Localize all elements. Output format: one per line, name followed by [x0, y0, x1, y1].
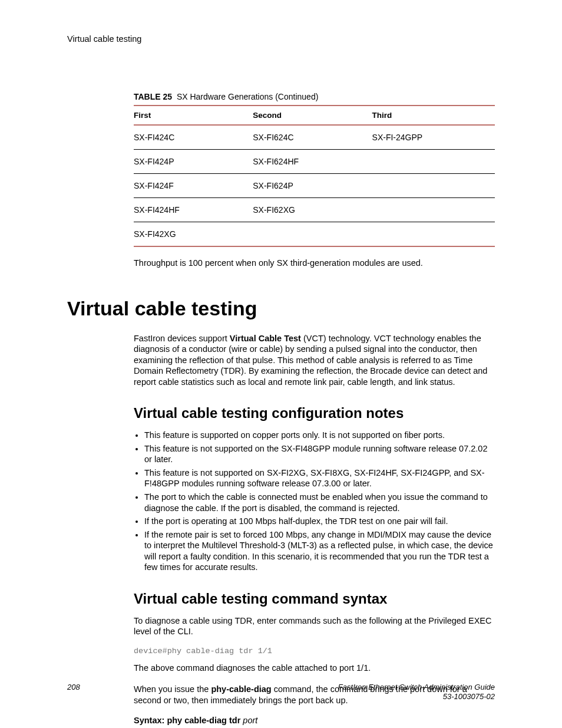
subsection-heading-config-notes: Virtual cable testing configuration note… [134, 405, 495, 421]
table-row: SX-FI424P SX-FI624HF [134, 150, 495, 174]
table-cell: SX-FI-24GPP [372, 125, 495, 150]
table-cell: SX-FI424HF [134, 198, 253, 222]
syntax-line: Syntax: phy cable-diag tdr port [134, 716, 495, 725]
table-cell: SX-FI424F [134, 174, 253, 198]
table-cell: SX-FI624C [253, 125, 372, 150]
table-caption-label: TABLE 25 [134, 92, 172, 101]
list-item: This feature is supported on copper port… [144, 430, 495, 441]
list-item: This feature is not supported on SX-FI2X… [144, 467, 495, 489]
code-sample: device#phy cable-diag tdr 1/1 [134, 647, 495, 655]
footer-docnum: 53-1003075-02 [443, 692, 495, 701]
syntax-label: Syntax: phy cable-diag tdr [134, 716, 243, 725]
text: FastIron devices support [134, 334, 230, 343]
table-row: SX-FI42XG [134, 222, 495, 247]
table-cell [372, 150, 495, 174]
subsection-heading-command-syntax: Virtual cable testing command syntax [134, 591, 495, 607]
hardware-generations-table: First Second Third SX-FI424C SX-FI624C S… [134, 105, 495, 247]
table-row: SX-FI424C SX-FI624C SX-FI-24GPP [134, 125, 495, 150]
list-item: The port to which the cable is connected… [144, 492, 495, 513]
section-heading: Virtual cable testing [67, 297, 495, 320]
table-cell: SX-FI424P [134, 150, 253, 174]
table-header: Second [253, 106, 372, 125]
throughput-note: Throughput is 100 percent when only SX t… [134, 258, 495, 269]
command-intro: To diagnose a cable using TDR, enter com… [134, 615, 495, 637]
page-footer: 208 FastIron Ethernet Switch Administrat… [67, 683, 495, 702]
list-item: If the remote pair is set to forced 100 … [144, 529, 495, 573]
table-cell: SX-FI42XG [134, 222, 253, 247]
table-cell [253, 222, 372, 247]
page-number: 208 [67, 683, 80, 691]
text-bold: Virtual Cable Test [230, 334, 301, 343]
table-cell [372, 174, 495, 198]
intro-paragraph: FastIron devices support Virtual Cable T… [134, 333, 495, 388]
table-caption: TABLE 25 SX Hardware Generations (Contin… [134, 92, 495, 101]
table-cell: SX-FI62XG [253, 198, 372, 222]
footer-title: FastIron Ethernet Switch Administration … [338, 683, 495, 691]
table-row: SX-FI424F SX-FI624P [134, 174, 495, 198]
table-cell [372, 222, 495, 247]
table-cell: SX-FI424C [134, 125, 253, 150]
table-cell: SX-FI624HF [253, 150, 372, 174]
table-caption-text: SX Hardware Generations (Continued) [177, 92, 318, 101]
table-row: SX-FI424HF SX-FI62XG [134, 198, 495, 222]
table-header: First [134, 106, 253, 125]
table-cell: SX-FI624P [253, 174, 372, 198]
running-head: Virtual cable testing [67, 34, 495, 44]
table-cell [372, 198, 495, 222]
command-after-text: The above command diagnoses the cable at… [134, 663, 495, 674]
syntax-arg: port [243, 716, 257, 725]
list-item: If the port is operating at 100 Mbps hal… [144, 516, 495, 527]
list-item: This feature is not supported on the SX-… [144, 443, 495, 465]
config-notes-list: This feature is supported on copper port… [134, 430, 495, 573]
table-header: Third [372, 106, 495, 125]
